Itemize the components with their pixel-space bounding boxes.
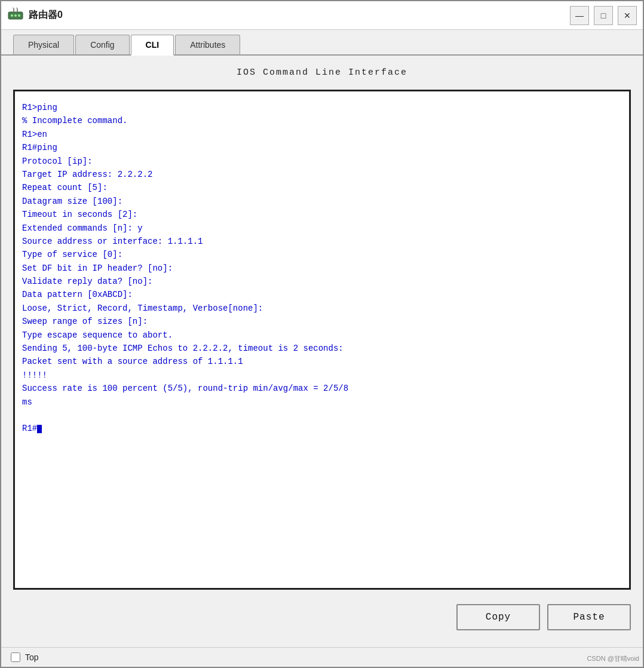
top-label: Top [25,652,39,662]
bottom-bar: Top [1,647,643,667]
top-checkbox[interactable] [11,652,20,662]
title-bar: 路由器0 — □ ✕ [1,1,643,30]
tab-config[interactable]: Config [75,35,129,54]
terminal-container[interactable]: R1>ping % Incomplete command. R1>en R1#p… [13,90,631,590]
close-button[interactable]: ✕ [618,6,637,25]
minimize-button[interactable]: — [570,6,589,25]
content-area: IOS Command Line Interface R1>ping % Inc… [1,56,643,647]
terminal-cursor [37,425,42,433]
svg-point-1 [11,14,13,17]
tab-cli[interactable]: CLI [131,35,174,56]
svg-rect-5 [17,8,18,12]
svg-marker-7 [16,7,17,8]
tab-physical[interactable]: Physical [13,35,74,54]
title-bar-controls: — □ ✕ [570,6,637,25]
watermark: CSDN @甘晴void [587,654,639,663]
button-row: Copy Paste [13,599,631,635]
terminal-scroll[interactable]: R1>ping % Incomplete command. R1>en R1#p… [15,91,629,445]
copy-button[interactable]: Copy [456,604,540,630]
router-icon [7,7,24,24]
terminal-output: R1>ping % Incomplete command. R1>en R1#p… [22,101,622,436]
svg-point-3 [18,14,20,17]
section-title: IOS Command Line Interface [13,68,631,78]
tab-bar: Physical Config CLI Attributes [1,30,643,56]
svg-marker-6 [13,7,14,8]
paste-button[interactable]: Paste [547,604,631,630]
title-bar-left: 路由器0 [7,7,63,24]
window-title: 路由器0 [29,9,63,22]
svg-point-2 [14,14,17,17]
tab-attributes[interactable]: Attributes [175,35,240,54]
maximize-button[interactable]: □ [594,6,613,25]
main-window: 路由器0 — □ ✕ Physical Config CLI Attribute… [0,0,644,668]
svg-rect-4 [13,8,14,12]
